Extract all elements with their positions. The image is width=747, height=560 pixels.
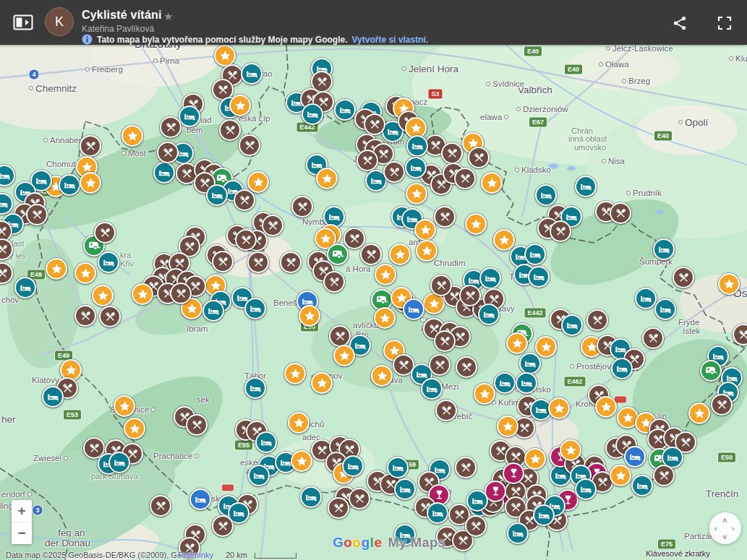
share-icon[interactable]: [673, 16, 687, 30]
marker-lodging[interactable]: [244, 298, 266, 319]
marker-attraction-star[interactable]: [371, 365, 393, 387]
marker-lodging[interactable]: [654, 298, 676, 320]
marker-attraction-star[interactable]: [375, 264, 396, 285]
marker-restaurant[interactable]: [673, 267, 694, 288]
marker-restaurant[interactable]: [430, 275, 452, 296]
marker-lodging[interactable]: [342, 455, 364, 477]
marker-lodging[interactable]: [533, 504, 555, 526]
marker-restaurant[interactable]: [235, 229, 257, 251]
pan-right-icon[interactable]: ›: [732, 525, 735, 532]
marker-lodging[interactable]: [241, 63, 262, 85]
marker-attraction-star[interactable]: [46, 258, 67, 280]
marker-restaurant[interactable]: [610, 202, 631, 224]
avatar[interactable]: K: [45, 7, 74, 36]
create-your-own-link[interactable]: Vytvořte si vlastní.: [352, 35, 429, 45]
marker-lodging[interactable]: [524, 244, 546, 265]
marker-lodging[interactable]: [494, 372, 516, 394]
marker-lodging[interactable]: [421, 378, 443, 400]
marker-lodging[interactable]: [635, 288, 657, 309]
marker-restaurant[interactable]: [455, 457, 477, 478]
marker-restaurant[interactable]: [465, 515, 487, 537]
marker-attraction-star[interactable]: [560, 439, 581, 461]
marker-lodging[interactable]: [14, 277, 36, 298]
marker-lodging[interactable]: [394, 478, 416, 500]
marker-restaurant[interactable]: [219, 119, 241, 141]
marker-restaurant[interactable]: [99, 306, 121, 327]
marker-attraction-star[interactable]: [493, 229, 515, 251]
marker-attraction-star[interactable]: [288, 412, 310, 434]
marker-lodging[interactable]: [334, 99, 356, 121]
marker-restaurant[interactable]: [653, 465, 675, 486]
marker-lodging-alt[interactable]: [403, 298, 424, 320]
marker-lodging[interactable]: [302, 103, 323, 125]
pan-down-icon[interactable]: ˅: [722, 533, 727, 540]
marker-lodging[interactable]: [406, 135, 428, 157]
marker-lodging[interactable]: [478, 303, 500, 325]
marker-restaurant[interactable]: [157, 142, 179, 163]
marker-attraction-star[interactable]: [316, 168, 338, 189]
toggle-side-panel-icon[interactable]: [13, 14, 33, 31]
marker-attraction-star[interactable]: [114, 395, 135, 417]
marker-restaurant[interactable]: [239, 134, 260, 156]
marker-restaurant[interactable]: [328, 497, 349, 519]
marker-attraction-star[interactable]: [548, 397, 570, 419]
marker-restaurant[interactable]: [468, 147, 490, 168]
pan-left-icon[interactable]: ‹: [714, 525, 717, 532]
marker-attraction-star[interactable]: [535, 336, 557, 358]
marker-lodging[interactable]: [42, 386, 64, 408]
marker-attraction-star[interactable]: [416, 240, 437, 262]
marker-restaurant[interactable]: [360, 244, 382, 265]
marker-lodging[interactable]: [611, 358, 633, 379]
terms-link[interactable]: Podmínky: [178, 551, 213, 559]
marker-attraction-star[interactable]: [374, 307, 396, 329]
marker-restaurant[interactable]: [329, 325, 351, 347]
marker-restaurant[interactable]: [434, 330, 456, 352]
marker-restaurant[interactable]: [170, 283, 192, 304]
marker-restaurant[interactable]: [357, 150, 378, 171]
marker-restaurant[interactable]: [456, 356, 477, 378]
marker-attraction-star[interactable]: [481, 172, 503, 194]
zoom-out-button[interactable]: −: [12, 522, 32, 544]
marker-lodging[interactable]: [244, 377, 266, 399]
marker-restaurant[interactable]: [364, 113, 385, 135]
marker-attraction-star[interactable]: [74, 262, 96, 284]
marker-lodging[interactable]: [202, 300, 224, 322]
marker-restaurant[interactable]: [349, 488, 370, 509]
marker-lodging[interactable]: [519, 353, 541, 374]
marker-camping-caravan[interactable]: [327, 244, 349, 265]
marker-attraction-star[interactable]: [80, 172, 101, 194]
marker-restaurant[interactable]: [586, 309, 608, 331]
marker-lodging[interactable]: [206, 184, 228, 206]
marker-restaurant[interactable]: [454, 168, 476, 189]
marker-attraction-star[interactable]: [497, 415, 518, 437]
marker-lodging[interactable]: [179, 105, 200, 127]
marker-lodging[interactable]: [535, 184, 557, 206]
marker-restaurant[interactable]: [74, 305, 96, 327]
marker-restaurant[interactable]: [642, 327, 664, 349]
marker-lodging[interactable]: [255, 431, 277, 453]
marker-restaurant[interactable]: [429, 354, 451, 376]
marker-attraction-star[interactable]: [311, 372, 333, 394]
marker-attraction-star[interactable]: [610, 465, 631, 486]
marker-attraction-star[interactable]: [247, 171, 269, 193]
marker-lodging[interactable]: [153, 162, 175, 184]
marker-restaurant[interactable]: [383, 161, 405, 183]
marker-lodging[interactable]: [59, 174, 80, 196]
marker-lodging[interactable]: [466, 490, 488, 512]
marker-restaurant[interactable]: [26, 204, 48, 225]
marker-attraction-star[interactable]: [389, 244, 411, 265]
marker-attraction-star[interactable]: [688, 402, 710, 424]
marker-restaurant[interactable]: [323, 271, 345, 293]
marker-restaurant[interactable]: [160, 116, 182, 138]
marker-restaurant[interactable]: [212, 251, 234, 272]
marker-attraction-star[interactable]: [229, 95, 251, 116]
marker-attraction-star[interactable]: [406, 183, 427, 204]
marker-restaurant[interactable]: [550, 220, 571, 242]
marker-restaurant[interactable]: [711, 394, 733, 415]
marker-winery[interactable]: [503, 462, 524, 484]
marker-attraction-star[interactable]: [132, 283, 153, 305]
marker-lodging[interactable]: [405, 157, 427, 178]
marker-restaurant[interactable]: [80, 135, 101, 157]
marker-attraction-star[interactable]: [595, 396, 617, 418]
marker-attraction-star[interactable]: [291, 450, 312, 472]
